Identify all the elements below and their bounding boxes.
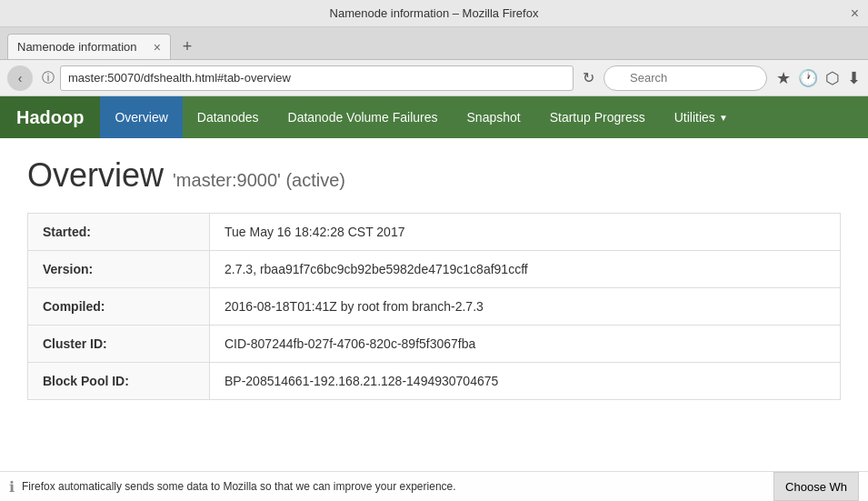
bookmark-icon[interactable]: ★ <box>776 68 791 88</box>
row-value: 2.7.3, rbaa91f7c6bc9cb92be5982de4719c1c8… <box>210 251 841 288</box>
row-value: 2016-08-18T01:41Z by root from branch-2.… <box>210 288 841 326</box>
notification-bar: ℹ Firefox automatically sends some data … <box>0 471 868 501</box>
window-title: Namenode information – Mozilla Firefox <box>330 6 539 20</box>
nav-item-datanodes[interactable]: Datanodes <box>183 96 274 138</box>
page-title: Overview 'master:9000' (active) <box>27 156 841 195</box>
new-tab-button[interactable]: + <box>175 34 200 59</box>
search-input[interactable] <box>604 65 767 91</box>
nav-item-overview[interactable]: Overview <box>100 96 182 138</box>
row-value: CID-807244fb-027f-4706-820c-89f5f3067fba <box>210 326 841 363</box>
table-row: Compiled: 2016-08-18T01:41Z by root from… <box>28 288 841 326</box>
row-key: Version: <box>28 251 210 288</box>
row-key: Started: <box>28 214 210 251</box>
back-icon: ‹ <box>18 71 23 85</box>
table-row: Block Pool ID: BP-208514661-192.168.21.1… <box>28 363 841 400</box>
tab-label: Namenode information <box>17 40 137 54</box>
hadoop-logo: Hadoop <box>0 96 100 138</box>
close-icon[interactable]: × <box>851 5 859 22</box>
download-icon[interactable]: ⬇ <box>847 68 861 88</box>
dropdown-arrow-icon: ▼ <box>719 113 728 123</box>
history-icon[interactable]: 🕐 <box>798 68 818 88</box>
pocket-icon[interactable]: ⬡ <box>825 68 840 88</box>
row-value: BP-208514661-192.168.21.128-149493070467… <box>210 363 841 400</box>
reload-icon[interactable]: ↻ <box>579 69 598 86</box>
toolbar-icons: ★ 🕐 ⬡ ⬇ <box>776 68 861 88</box>
notification-text: Firefox automatically sends some data to… <box>22 480 766 493</box>
row-value: Tue May 16 18:42:28 CST 2017 <box>210 214 841 251</box>
table-row: Cluster ID: CID-807244fb-027f-4706-820c-… <box>28 326 841 363</box>
nav-item-snapshot[interactable]: Snapshot <box>453 96 535 138</box>
tab-bar: Namenode information × + <box>0 27 868 60</box>
row-key: Compiled: <box>28 288 210 326</box>
table-row: Version: 2.7.3, rbaa91f7c6bc9cb92be5982d… <box>28 251 841 288</box>
browser-tab[interactable]: Namenode information × <box>7 34 171 59</box>
notification-icon: ℹ <box>9 478 15 496</box>
table-row: Started: Tue May 16 18:42:28 CST 2017 <box>28 214 841 251</box>
search-wrapper: 🔍 <box>604 65 767 91</box>
title-bar: Namenode information – Mozilla Firefox × <box>0 0 868 27</box>
info-icon: ⓘ <box>42 70 55 86</box>
page-subtitle: 'master:9000' (active) <box>173 170 345 190</box>
row-key: Block Pool ID: <box>28 363 210 400</box>
back-button[interactable]: ‹ <box>7 65 33 91</box>
url-input[interactable] <box>60 65 574 91</box>
address-bar: ‹ ⓘ ↻ 🔍 ★ 🕐 ⬡ ⬇ <box>0 60 868 96</box>
tab-close-icon[interactable]: × <box>154 40 161 55</box>
nav-item-utilities[interactable]: Utilities ▼ <box>660 96 743 138</box>
nav-item-startup-progress[interactable]: Startup Progress <box>535 96 660 138</box>
hadoop-nav: Hadoop Overview Datanodes Datanode Volum… <box>0 96 868 138</box>
row-key: Cluster ID: <box>28 326 210 363</box>
main-content: Overview 'master:9000' (active) Started:… <box>0 138 868 418</box>
overview-table: Started: Tue May 16 18:42:28 CST 2017 Ve… <box>27 213 841 400</box>
nav-item-datanode-volume-failures[interactable]: Datanode Volume Failures <box>274 96 453 138</box>
choose-button[interactable]: Choose Wh <box>773 472 859 501</box>
